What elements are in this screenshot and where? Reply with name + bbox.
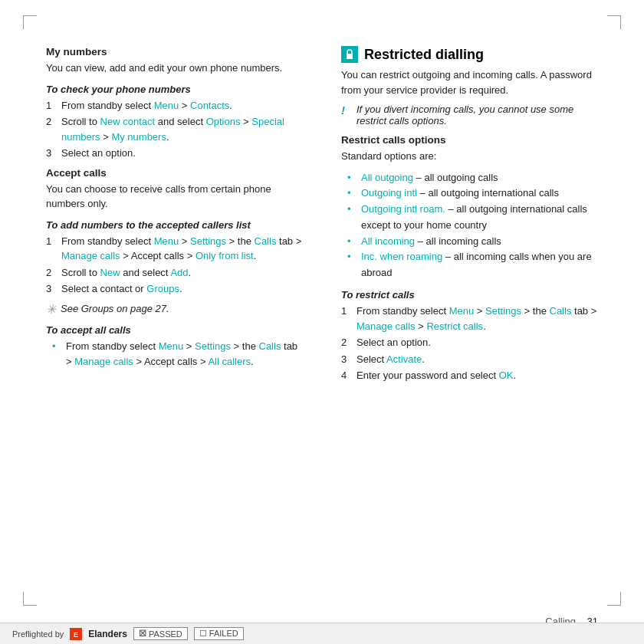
option-text: Inc. when roaming – all incoming calls w… — [361, 249, 598, 281]
my-numbers-steps: 1 From standby select Menu > Contacts. 2… — [46, 98, 303, 161]
step-2: 2 Select an option. — [341, 335, 598, 350]
my-numbers-description: You can view, add and edit your own phon… — [46, 61, 303, 76]
left-column: My numbers You can view, add and edit yo… — [46, 46, 310, 575]
step-num: 1 — [341, 304, 352, 334]
step-num: 2 — [46, 114, 57, 144]
option-text: All outgoing – all outgoing calls — [361, 170, 498, 186]
menu-link: Menu — [449, 305, 475, 317]
elanders-logo-icon: E — [70, 628, 82, 640]
failed-label: FAILED — [209, 629, 238, 638]
step-num: 2 — [46, 265, 57, 281]
step-text: From standby select Menu > Contacts. — [61, 98, 232, 113]
settings-link: Settings — [195, 340, 231, 352]
step-text: Select a contact or Groups. — [61, 281, 182, 297]
passed-badge: ☒ PASSED — [133, 627, 188, 640]
right-column: Restricted dialling You can restrict out… — [334, 46, 598, 575]
step-num: 1 — [46, 234, 57, 264]
accept-calls-section: Accept calls You can choose to receive c… — [46, 167, 303, 371]
step-num: 2 — [341, 335, 352, 350]
special-numbers-link: Special numbers — [61, 116, 284, 143]
restrict-calls-steps: 1 From standby select Menu > Settings > … — [341, 304, 598, 383]
elanders-brand: Elanders — [88, 629, 127, 639]
step-1: 1 From standby select Menu > Settings > … — [46, 234, 303, 264]
restrict-options-list: All outgoing – all outgoing calls Outgoi… — [341, 170, 598, 282]
corner-mark-br — [607, 592, 621, 606]
ok-link: OK — [499, 370, 514, 381]
activate-link: Activate — [386, 353, 422, 365]
step-text: Scroll to New and select Add. — [61, 265, 191, 281]
option-outgoing-intl-roam: Outgoing intl roam. – all outgoing inter… — [347, 202, 598, 234]
restricted-description: You can restrict outgoing and incoming c… — [341, 67, 598, 97]
option-cyan: Outgoing intl — [361, 187, 417, 199]
options-link: Options — [206, 116, 241, 127]
my-numbers-title: My numbers — [46, 46, 303, 58]
restrict-options-subtitle: Standard options are: — [341, 149, 598, 164]
option-text: Outgoing intl – all outgoing internation… — [361, 186, 559, 202]
restrict-calls-instruction: To restrict calls — [341, 289, 598, 301]
only-from-list-link: Only from list — [196, 250, 254, 261]
page: My numbers You can view, add and edit yo… — [0, 0, 644, 644]
step-text: Select an option. — [61, 146, 136, 161]
step-2: 2 Scroll to New and select Add. — [46, 265, 303, 281]
step-num: 1 — [46, 98, 57, 113]
calls-tab-link: Calls — [259, 340, 281, 352]
passed-x: ☒ — [139, 629, 146, 639]
manage-calls-link: Manage calls — [61, 250, 120, 261]
accept-calls-description: You can choose to receive calls from cer… — [46, 182, 303, 212]
restrict-options-title: Restrict calls options — [341, 134, 598, 146]
note-box: ! If you divert incoming calls, you cann… — [341, 104, 598, 127]
my-numbers-instruction: To check your phone numbers — [46, 84, 303, 95]
step-text: From standby select Menu > Settings > th… — [61, 234, 303, 264]
step-text: Select an option. — [356, 335, 431, 350]
menu-link: Menu — [159, 340, 184, 352]
note-text: If you divert incoming calls, you cannot… — [356, 104, 598, 127]
corner-mark-bl — [23, 592, 37, 606]
lock-icon — [343, 48, 356, 61]
step-text: Scroll to New contact and select Options… — [61, 114, 303, 144]
tip-text: See Groups on page 27. — [61, 303, 169, 314]
add-link: Add — [170, 267, 188, 278]
svg-text:E: E — [74, 631, 78, 639]
settings-link: Settings — [485, 305, 521, 317]
option-cyan: All incoming — [361, 235, 415, 247]
my-numbers-section: My numbers You can view, add and edit yo… — [46, 46, 303, 161]
groups-link: Groups — [146, 283, 179, 294]
my-numbers-link: My numbers — [111, 131, 166, 143]
accept-all-bullets: From standby select Menu > Settings > th… — [46, 339, 303, 371]
option-all-outgoing: All outgoing – all outgoing calls — [347, 170, 598, 186]
step-text: Select Activate. — [356, 352, 425, 367]
step-1: 1 From standby select Menu > Settings > … — [341, 304, 598, 334]
option-text: All incoming – all incoming calls — [361, 234, 501, 250]
option-all-incoming: All incoming – all incoming calls — [347, 234, 598, 250]
step-text: Enter your password and select OK. — [356, 368, 516, 383]
step-num: 3 — [341, 352, 352, 367]
tip-icon: ✳ — [46, 302, 56, 317]
step-num: 3 — [46, 281, 57, 297]
option-cyan: Inc. when roaming — [361, 251, 442, 262]
calls-tab-link: Calls — [255, 235, 277, 247]
restricted-dialling-title: Restricted dialling — [364, 47, 484, 63]
restricted-dialling-header: Restricted dialling — [341, 46, 598, 63]
restrict-calls-link: Restrict calls — [426, 320, 483, 332]
failed-checkbox: ☐ — [199, 629, 207, 638]
preflighted-label: Preflighted by — [12, 629, 64, 639]
new-link: New — [100, 267, 120, 278]
svg-rect-0 — [347, 54, 353, 59]
step-4: 4 Enter your password and select OK. — [341, 368, 598, 383]
step-3: 3 Select an option. — [46, 146, 303, 161]
new-contact-link: New contact — [100, 116, 156, 127]
option-outgoing-intl: Outgoing intl – all outgoing internation… — [347, 186, 598, 202]
accept-calls-title: Accept calls — [46, 167, 303, 179]
accept-calls-steps: 1 From standby select Menu > Settings > … — [46, 234, 303, 297]
bullet-item: From standby select Menu > Settings > th… — [52, 339, 303, 371]
step-1: 1 From standby select Menu > Contacts. — [46, 98, 303, 113]
step-3: 3 Select Activate. — [341, 352, 598, 367]
manage-calls-link: Manage calls — [74, 356, 133, 367]
main-content: My numbers You can view, add and edit yo… — [46, 46, 598, 575]
all-callers-link: All callers — [208, 356, 251, 367]
menu-link: Menu — [154, 100, 179, 111]
option-inc-roaming: Inc. when roaming – all incoming calls w… — [347, 249, 598, 281]
contacts-link: Contacts — [190, 100, 229, 111]
step-2: 2 Scroll to New contact and select Optio… — [46, 114, 303, 144]
note-icon: ! — [341, 104, 352, 117]
